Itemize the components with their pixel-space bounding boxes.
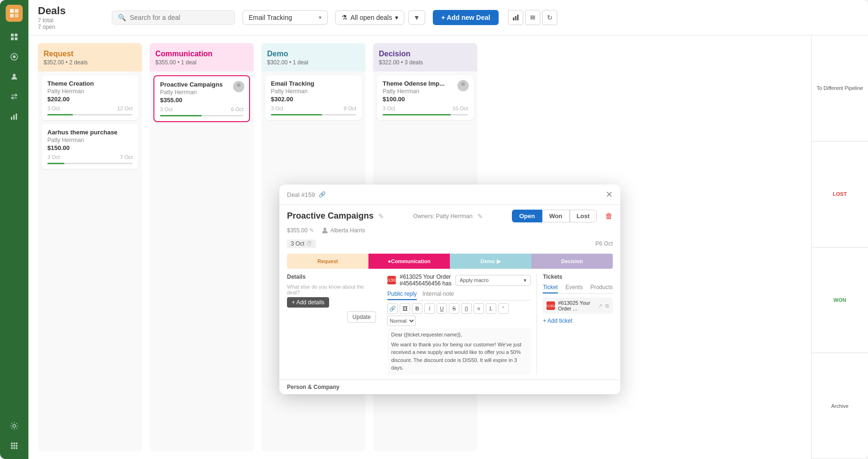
link-icon[interactable]: 🔗 [319, 191, 326, 198]
deal-card-email-tracking[interactable]: Email Tracking Patty Herrman $302.00 3 O… [265, 75, 362, 120]
external-link-icon[interactable]: ↗ [598, 303, 602, 309]
toolbar-code-btn[interactable]: {} [461, 303, 472, 314]
date-start-badge: 3 Oct ⏱ [287, 239, 316, 248]
edit-amount-icon[interactable]: ✎ [309, 227, 314, 234]
svg-point-15 [11, 442, 13, 444]
modal-meta-row: $355.00 ✎ Alberta Harris [279, 225, 620, 238]
column-body-request: Theme Creation Patty Herrman $202.00 3 O… [38, 71, 142, 451]
toolbar-underline-btn[interactable]: U [437, 303, 447, 314]
delete-icon[interactable]: 🗑 [605, 212, 613, 221]
filter-area: ⚗ All open deals ▾ ▼ [335, 10, 425, 25]
refresh-button[interactable]: ↻ [542, 10, 557, 25]
svg-rect-4 [11, 34, 14, 36]
deal-progress-bar-3 [160, 115, 243, 116]
search-input[interactable] [130, 14, 229, 21]
sidebar-icon-contacts[interactable] [6, 68, 23, 85]
lost-section[interactable]: LOST [812, 141, 868, 247]
email-tracking-dropdown[interactable]: Email Tracking ▾ [242, 10, 328, 25]
owners-label: Owners: Patty Herrman [413, 213, 473, 220]
sidebar-icon-transfer[interactable] [6, 88, 23, 105]
column-communication: Communication $355.00 • 1 deal Proactive… [150, 43, 254, 451]
to-different-pipeline-section[interactable]: To Different Pipeline [812, 35, 868, 141]
deal-card-aarhus[interactable]: Aarhus theme purchase Patty Herrman $150… [42, 124, 138, 169]
column-header-demo: Demo $302.00 • 1 deal [261, 43, 366, 71]
svg-rect-7 [15, 37, 18, 40]
ticket-item[interactable]: #613025 #613025 Your Order ... ↗ ⧉ [543, 298, 613, 314]
toolbar-link-btn[interactable]: 🔗 [387, 303, 398, 314]
toolbar-blockquote-btn[interactable]: " [498, 303, 509, 314]
modal-status-buttons: Open Won Lost [512, 210, 597, 222]
modal-date-row: 3 Oct ⏱ P6 Oct [279, 238, 620, 252]
column-request: Request $352.00 • 2 deals Theme Creation… [38, 43, 142, 451]
add-deal-button[interactable]: + Add new Deal [433, 10, 499, 25]
toolbar-strikethrough-btn[interactable]: S [449, 303, 459, 314]
pipeline-stage-demo[interactable]: Demo ▶ [450, 254, 531, 269]
ticket-tab-products[interactable]: Products [591, 284, 613, 293]
list-view-button[interactable] [525, 10, 540, 25]
svg-point-31 [461, 82, 465, 86]
sidebar-icon-deals[interactable] [6, 28, 23, 45]
update-button[interactable]: Update [347, 311, 376, 323]
filter-extra-button[interactable]: ▼ [408, 10, 425, 25]
status-lost-button[interactable]: Lost [570, 210, 597, 222]
svg-point-14 [13, 424, 16, 427]
modal-close-button[interactable]: ✕ [606, 189, 613, 200]
add-ticket-button[interactable]: + Add ticket [543, 318, 613, 324]
svg-rect-24 [513, 18, 514, 20]
toolbar-bold-btn[interactable]: B [412, 303, 422, 314]
deal-card-theme-creation[interactable]: Theme Creation Patty Herrman $202.00 3 O… [42, 75, 138, 120]
deal-modal: Deal #159 🔗 ✕ Proactive Campaigns ✎ Owne… [279, 185, 620, 394]
modal-amount: $355.00 ✎ [287, 227, 314, 234]
toolbar-image-btn[interactable]: 🖼 [400, 303, 410, 314]
bar-chart-view-button[interactable] [508, 10, 523, 25]
macro-select[interactable]: Apply macro ▾ [456, 275, 531, 286]
deal-progress-bar-5 [383, 114, 468, 115]
filter-open-deals-button[interactable]: ⚗ All open deals ▾ [335, 10, 404, 25]
page-subtitle: 7 total 7 open [38, 17, 104, 30]
svg-point-19 [13, 445, 15, 447]
search-box[interactable]: 🔍 [112, 10, 235, 25]
edit-owners-icon[interactable]: ✎ [477, 212, 483, 220]
toolbar-format-select[interactable]: Normal [387, 316, 416, 326]
archive-section[interactable]: Archive [812, 353, 868, 459]
column-body-communication: Proactive Campaigns Patty Herrman $355.0… [150, 71, 254, 451]
ticket-tabs: Ticket Events Products [543, 284, 613, 294]
modal-title-row: Proactive Campaigns ✎ Owners: Patty Herr… [279, 205, 620, 225]
chevron-down-icon-2: ▾ [395, 14, 398, 21]
avatar-proactive [233, 81, 244, 92]
toolbar-italic-btn[interactable]: I [424, 303, 435, 314]
add-details-button[interactable]: + Add details [287, 297, 329, 308]
deal-card-theme-odense[interactable]: Theme Odense Imp... Patty Herrman $100.0… [377, 75, 474, 120]
avatar-odense [457, 80, 469, 91]
modal-center-section: #613025 #613025 Your Order #456456456456… [382, 274, 537, 375]
copy-icon[interactable]: ⧉ [605, 303, 609, 309]
modal-body: Details What else do you know about the … [279, 274, 620, 380]
app-logo [6, 5, 23, 22]
macro-chevron-icon: ▾ [524, 277, 527, 283]
status-open-button[interactable]: Open [512, 210, 542, 222]
person-icon [322, 227, 328, 234]
person-company-label: Person & Company [279, 380, 620, 394]
modal-deal-title: Proactive Campaigns [287, 211, 374, 221]
toolbar-ul-btn[interactable]: ≡ [474, 303, 484, 314]
svg-rect-13 [16, 114, 17, 120]
sidebar-icon-settings[interactable] [6, 417, 23, 434]
ticket-item-text: #613025 Your Order ... [558, 300, 595, 311]
deal-card-proactive[interactable]: Proactive Campaigns Patty Herrman $355.0… [153, 75, 250, 122]
status-won-button[interactable]: Won [542, 210, 570, 222]
reply-tab-internal[interactable]: Internal note [422, 291, 454, 300]
ticket-item-icon: #613025 [546, 301, 555, 310]
ticket-tab-events[interactable]: Events [565, 284, 583, 293]
pipeline-stage-decision[interactable]: Decision [531, 254, 613, 269]
won-section[interactable]: WON [812, 247, 868, 353]
reply-tab-public[interactable]: Public reply [387, 291, 417, 300]
edit-title-icon[interactable]: ✎ [378, 212, 384, 220]
sidebar-icon-apps[interactable] [6, 437, 23, 454]
svg-point-17 [16, 442, 18, 444]
toolbar-ol-btn[interactable]: 1. [486, 303, 496, 314]
ticket-tab-ticket[interactable]: Ticket [543, 284, 558, 293]
pipeline-stage-communication[interactable]: ● Communication [368, 254, 450, 269]
sidebar-icon-analytics[interactable] [6, 108, 23, 125]
sidebar-icon-products[interactable] [6, 48, 23, 65]
pipeline-stage-request[interactable]: Request [287, 254, 368, 269]
